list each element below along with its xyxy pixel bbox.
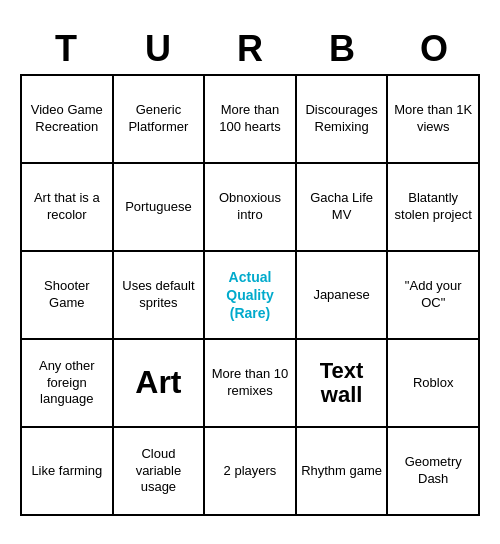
cell-4: More than 1K views [388, 76, 480, 164]
cell-6: Portuguese [114, 164, 206, 252]
cell-20: Like farming [22, 428, 114, 516]
cell-8: Gacha Life MV [297, 164, 389, 252]
bingo-card: T U R B O Video Game RecreationGeneric P… [10, 18, 490, 526]
cell-11: Uses default sprites [114, 252, 206, 340]
cell-23: Rhythm game [297, 428, 389, 516]
bingo-grid: Video Game RecreationGeneric PlatformerM… [20, 74, 480, 516]
title-o: O [390, 28, 478, 70]
cell-7: Obnoxious intro [205, 164, 297, 252]
cell-9: Blatantly stolen project [388, 164, 480, 252]
title-r: R [206, 28, 294, 70]
cell-10: Shooter Game [22, 252, 114, 340]
cell-14: "Add your OC" [388, 252, 480, 340]
cell-12: Actual Quality (Rare) [205, 252, 297, 340]
title-b: B [298, 28, 386, 70]
cell-1: Generic Platformer [114, 76, 206, 164]
cell-19: Roblox [388, 340, 480, 428]
cell-15: Any other foreign language [22, 340, 114, 428]
cell-18: Text wall [297, 340, 389, 428]
cell-0: Video Game Recreation [22, 76, 114, 164]
cell-2: More than 100 hearts [205, 76, 297, 164]
title-t: T [22, 28, 110, 70]
cell-3: Discourages Remixing [297, 76, 389, 164]
bingo-title: T U R B O [20, 28, 480, 70]
title-u: U [114, 28, 202, 70]
cell-5: Art that is a recolor [22, 164, 114, 252]
cell-17: More than 10 remixes [205, 340, 297, 428]
cell-22: 2 players [205, 428, 297, 516]
cell-21: Cloud variable usage [114, 428, 206, 516]
cell-16: Art [114, 340, 206, 428]
cell-13: Japanese [297, 252, 389, 340]
cell-24: Geometry Dash [388, 428, 480, 516]
